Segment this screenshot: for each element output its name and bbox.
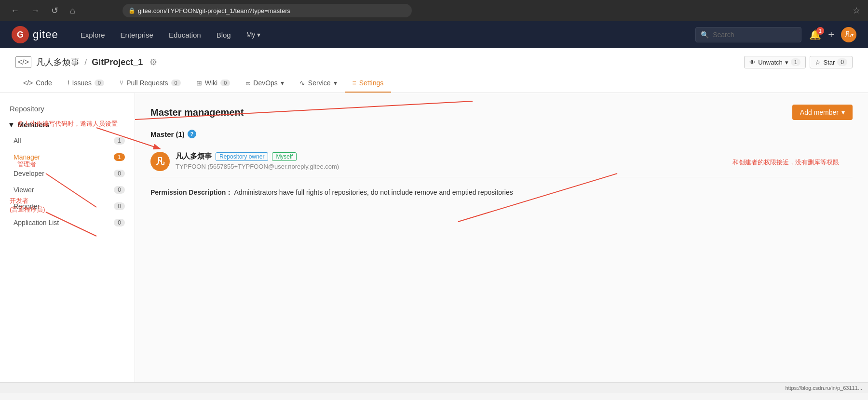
issues-icon: ! [68,79,69,87]
member-username: TYPFOON (5657855+TYPFOON@user.noreply.gi… [176,163,853,170]
status-url: https://blog.csdn.ru/in/p_63111... [785,385,862,391]
add-button[interactable]: + [828,28,834,41]
application-list-badge: 0 [114,219,125,227]
service-icon: ∿ [299,79,305,87]
settings-icon: ≡ [353,79,356,87]
repo-nav: </> Code ! Issues 0 ⑂ Pull Requests 0 ⊞ … [15,74,853,93]
tag-repository-owner: Repository owner [216,152,268,161]
member-card: 凡 凡人多烦事 Repository owner Myself TYPFOON … [150,146,853,177]
code-bracket-icon: </> [15,56,31,68]
sidebar-repository-label: Repository [0,101,135,117]
gitee-logo[interactable]: G gitee [12,26,58,43]
address-bar[interactable]: 🔒 gitee.com/TYPFOON/git-project_1/team?t… [122,4,412,17]
manager-badge: 1 [114,153,125,161]
nav-education[interactable]: Education [162,27,208,43]
devops-icon: ∞ [245,79,250,87]
repo-settings-gear-icon[interactable]: ⚙ [149,57,157,67]
pull-request-icon: ⑂ [120,79,123,87]
search-input[interactable]: 🔍 Search [695,27,801,42]
sidebar-item-viewer[interactable]: Viewer 0 [0,182,135,198]
repo-separator: / [84,57,87,67]
header-nav: Explore Enterprise Education Blog My ▾ [74,27,268,43]
header-icons: 🔔 1 + 凡 ▾ [809,27,856,42]
nav-blog[interactable]: Blog [210,27,238,43]
repo-name[interactable]: GitProject_1 [92,57,143,67]
nav-service[interactable]: ∿ Service ▾ [292,74,345,93]
user-avatar[interactable]: 凡 ▾ [841,27,856,42]
wiki-icon: ⊞ [196,79,202,87]
repo-owner[interactable]: 凡人多烦事 [36,56,80,68]
star-button[interactable]: ☆ Star 0 [810,56,853,68]
member-name-row: 凡人多烦事 Repository owner Myself [176,152,853,161]
member-avatar: 凡 [150,152,170,171]
tag-myself: Myself [272,152,297,161]
page-title: Master management [150,107,244,118]
sidebar-item-developer[interactable]: Developer 0 [0,165,135,182]
forward-button[interactable]: → [28,4,42,18]
member-name[interactable]: 凡人多烦事 [176,152,212,161]
browser-chrome: ← → ↺ ⌂ 🔒 gitee.com/TYPFOON/git-project_… [0,0,868,21]
developer-badge: 0 [114,170,125,177]
gitee-header: G gitee Explore Enterprise Education Blo… [0,21,868,48]
sidebar: Repository ▼ Members All 1 Manager 1 Dev… [0,93,135,382]
permission-description: Permission Description： Administrators h… [150,187,853,198]
unwatch-button[interactable]: 👁 Unwatch ▾ 1 [744,56,806,68]
header-search: 🔍 Search [695,27,801,42]
reporter-badge: 0 [114,202,125,210]
back-button[interactable]: ← [8,4,22,18]
sidebar-item-application-list[interactable]: Application List 0 [0,214,135,231]
search-icon: 🔍 [701,31,709,39]
content-header: Master management Add member ▾ [150,105,853,120]
repo-header: </> 凡人多烦事 / GitProject_1 ⚙ 👁 Unwatch ▾ 1… [0,48,868,93]
gitee-logo-icon: G [12,26,29,43]
nav-settings[interactable]: ≡ Settings [345,74,392,93]
nav-enterprise[interactable]: Enterprise [114,27,160,43]
repo-actions: 👁 Unwatch ▾ 1 ☆ Star 0 [744,56,853,68]
bookmark-star-icon[interactable]: ☆ [853,5,860,16]
repo-title-row: </> 凡人多烦事 / GitProject_1 ⚙ 👁 Unwatch ▾ 1… [15,56,853,68]
content-area: Master management Add member ▾ Master (1… [135,93,868,382]
home-button[interactable]: ⌂ [67,4,78,18]
search-placeholder: Search [713,31,734,39]
code-icon: </> [23,79,33,87]
status-bar: https://blog.csdn.ru/in/p_63111... [0,382,868,393]
member-info: 凡人多烦事 Repository owner Myself TYPFOON (5… [176,152,853,170]
gitee-logo-text: gitee [33,28,58,41]
sidebar-item-reporter[interactable]: Reporter 0 [0,198,135,214]
help-icon[interactable]: ? [188,130,196,138]
notification-button[interactable]: 🔔 1 [809,29,821,40]
address-text: gitee.com/TYPFOON/git-project_1/team?typ… [138,7,290,14]
notification-badge: 1 [816,27,824,35]
viewer-badge: 0 [114,186,125,194]
eye-icon: 👁 [749,59,756,66]
add-member-button[interactable]: Add member ▾ [792,105,853,120]
lock-icon: 🔒 [128,7,136,14]
nav-devops[interactable]: ∞ DevOps ▾ [238,74,292,93]
star-icon: ☆ [815,59,821,66]
main-content: Repository ▼ Members All 1 Manager 1 Dev… [0,93,868,382]
triangle-icon: ▼ [8,120,15,129]
master-section-title: Master (1) ? [150,130,853,138]
nav-code[interactable]: </> Code [15,74,60,93]
all-badge: 1 [114,137,125,145]
reload-button[interactable]: ↺ [48,3,61,18]
nav-pull-requests[interactable]: ⑂ Pull Requests 0 [112,74,189,93]
nav-my-dropdown[interactable]: My ▾ [240,27,268,42]
nav-wiki[interactable]: ⊞ Wiki 0 [189,74,238,93]
nav-explore[interactable]: Explore [74,27,112,43]
nav-issues[interactable]: ! Issues 0 [60,74,112,93]
sidebar-members-group[interactable]: ▼ Members [0,117,135,133]
sidebar-item-all[interactable]: All 1 [0,133,135,149]
sidebar-item-manager[interactable]: Manager 1 [0,149,135,165]
